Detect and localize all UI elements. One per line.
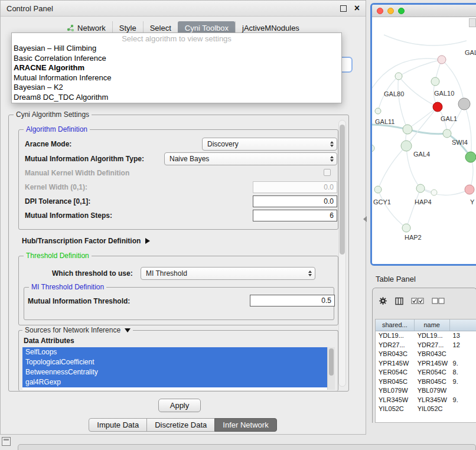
threshold-definition-group: Threshold Definition Which threshold to … (18, 256, 338, 325)
network-node[interactable] (438, 56, 446, 64)
algorithm-dropdown-popup: Select algorithm to view settings Bayesi… (11, 32, 342, 103)
algorithm-option[interactable]: Mutual Information Inference (12, 73, 341, 83)
control-panel-titlebar: Control Panel × (1, 1, 366, 17)
minimize-traffic-light-icon[interactable] (387, 8, 394, 14)
manual-kernel-width-checkbox[interactable] (324, 169, 331, 176)
table-row[interactable]: YER054CYER054C8. (376, 368, 476, 377)
table-row[interactable]: YDR27...YDR27...12 (376, 341, 476, 350)
close-icon[interactable]: × (354, 5, 360, 11)
network-edge[interactable] (378, 146, 406, 190)
network-edge[interactable] (407, 129, 447, 134)
network-edge[interactable] (406, 188, 420, 228)
mi-steps-field[interactable] (253, 210, 337, 221)
scrollbar-thumb[interactable] (340, 125, 345, 255)
data-attribute-item[interactable]: TopologicalCoefficient (22, 357, 327, 367)
table-row[interactable]: YBR043CYBR043C (376, 350, 476, 359)
mi-algorithm-type-combobox[interactable]: Naive Bayes (164, 152, 337, 165)
network-edge[interactable] (384, 35, 467, 45)
network-node[interactable] (431, 190, 437, 195)
attributes-scrollbar[interactable] (327, 347, 335, 390)
network-scrollbar-corner[interactable] (469, 18, 476, 27)
table-row[interactable]: YIL052CYIL052C (376, 405, 476, 414)
which-threshold-label: Which threshold to use: (52, 269, 133, 278)
network-edge[interactable] (372, 58, 442, 88)
data-attribute-item[interactable]: BetweennessCentrality (22, 367, 327, 377)
network-node[interactable] (402, 224, 410, 232)
algorithm-dropdown-placeholder: Select algorithm to view settings (12, 34, 341, 44)
mi-threshold-field[interactable] (250, 295, 335, 306)
tab-impute-data[interactable]: Impute Data (89, 418, 147, 432)
aracne-mode-combobox[interactable]: Discovery (202, 138, 337, 151)
table-cell: YIL052C (376, 405, 415, 414)
kernel-width-field[interactable] (253, 181, 337, 193)
network-node[interactable] (458, 98, 470, 110)
network-node[interactable] (401, 141, 412, 151)
algorithm-option[interactable]: ARACNE Algorithm (12, 63, 341, 73)
network-node[interactable] (375, 108, 381, 114)
data-attribute-item[interactable]: gal4RGexp (22, 377, 327, 387)
table-row[interactable]: YDL19...YDL19...13 (376, 331, 476, 341)
table-panel-toolbar (379, 296, 445, 305)
scrollbar-thumb[interactable] (329, 348, 334, 376)
network-node[interactable] (465, 152, 476, 162)
network-node[interactable] (465, 185, 474, 194)
tab-label: Cyni Toolbox (185, 24, 229, 32)
deselect-all-rows-icon[interactable] (432, 298, 445, 304)
algorithm-option[interactable]: Basic Correlation Inference (12, 54, 341, 64)
sources-group-title[interactable]: Sources for Network Inference (22, 326, 133, 334)
network-edge[interactable] (442, 60, 464, 104)
network-edge[interactable] (372, 125, 407, 129)
network-node[interactable] (416, 184, 425, 193)
table-row[interactable]: YBR045CYBR045C9. (376, 377, 476, 387)
network-node[interactable] (433, 102, 442, 112)
algorithm-option[interactable]: Bayesian – K2 (12, 83, 341, 93)
table-cell: YBR045C (376, 377, 415, 387)
table-cell: 8. (450, 368, 476, 377)
apply-button[interactable]: Apply (158, 399, 201, 412)
table-column-header[interactable]: shared... (376, 319, 415, 331)
network-node[interactable] (443, 129, 451, 138)
network-node[interactable] (431, 77, 439, 86)
table-cell: YDL19... (376, 331, 415, 341)
table-row[interactable]: YLR345WYLR345W9. (376, 396, 476, 405)
minimized-panel-icon[interactable] (2, 437, 11, 446)
algorithm-definition-group: Algorithm Definition Aracne Mode: Discov… (18, 129, 338, 230)
tab-infer-network[interactable]: Infer Network (214, 418, 276, 432)
table-column-header[interactable] (450, 319, 476, 331)
network-node[interactable] (403, 125, 412, 134)
algorithm-option[interactable]: Bayesian – Hill Climbing (12, 44, 341, 54)
network-canvas[interactable]: GAL80GAL10GAL11GAL1SWI4GAL4GCY1HAP4HAP2G… (372, 17, 476, 265)
algorithm-option[interactable]: Dream8 DC_TDC Algorithm (12, 93, 341, 103)
table-cell: YBR043C (415, 350, 450, 359)
data-attributes-label: Data Attributes (24, 337, 74, 345)
network-node[interactable] (374, 186, 382, 193)
network-edge[interactable] (420, 188, 470, 195)
dpi-tolerance-field[interactable] (253, 195, 337, 207)
panel-divider-handle[interactable] (363, 216, 367, 222)
settings-scrollbar[interactable] (338, 120, 346, 387)
gear-icon[interactable] (379, 296, 387, 305)
network-edge[interactable] (378, 190, 406, 228)
hub-tf-definition-toggle[interactable]: Hub/Transcription Factor Definition (22, 237, 150, 245)
table-panel-window: shared...name YDL19...YDL19...13YDR27...… (372, 288, 476, 423)
tab-discretize-data[interactable]: Discretize Data (146, 418, 215, 432)
table-row[interactable]: YPR145WYPR145W9. (376, 359, 476, 369)
table-cell: YPR145W (415, 359, 450, 369)
network-node[interactable] (372, 145, 374, 152)
network-graph-svg: GAL80GAL10GAL11GAL1SWI4GAL4GCY1HAP4HAP2G… (372, 17, 476, 265)
algorithm-definition-title: Algorithm Definition (24, 125, 90, 133)
close-traffic-light-icon[interactable] (377, 8, 383, 14)
combo-value: Discovery (207, 140, 239, 148)
zoom-traffic-light-icon[interactable] (398, 8, 405, 14)
table-panel-title: Table Panel (376, 275, 416, 283)
table-row[interactable]: YBL079WYBL079W (376, 386, 476, 396)
data-attribute-item[interactable]: SelfLoops (22, 347, 327, 357)
float-window-icon[interactable] (340, 5, 347, 12)
which-threshold-combobox[interactable]: MI Threshold (141, 267, 315, 280)
network-node[interactable] (395, 73, 402, 80)
table-cell: YDR27... (415, 341, 450, 350)
select-all-rows-icon[interactable] (411, 298, 424, 304)
combo-value: Naive Bayes (169, 155, 209, 163)
table-column-header[interactable]: name (415, 319, 450, 331)
columns-icon[interactable] (395, 297, 403, 305)
